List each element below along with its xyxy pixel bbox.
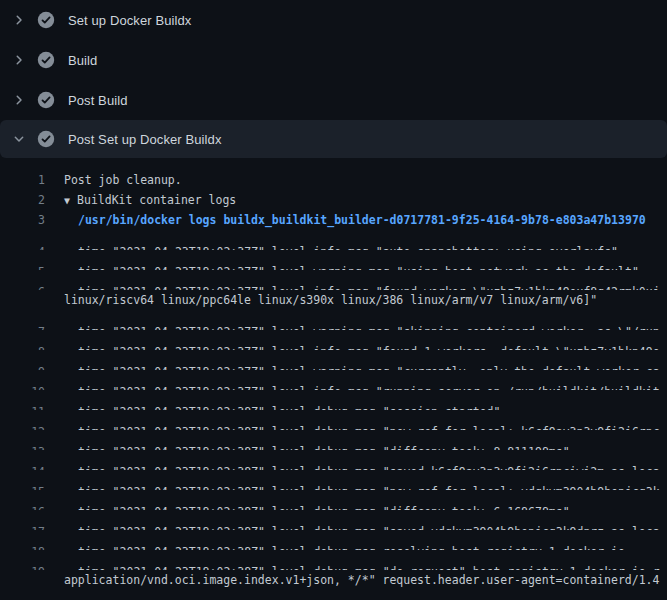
step-header-set-up-docker-buildx[interactable]: Set up Docker Buildx (0, 0, 667, 40)
log-text: /usr/bin/docker logs buildx_buildkit_bui… (45, 210, 646, 230)
log-text: time="2021-04-23T18:02:38Z" level=debug … (45, 522, 660, 530)
line-number[interactable]: 6 (0, 282, 45, 290)
log-text: time="2021-04-23T18:02:38Z" level=debug … (45, 542, 625, 550)
log-text: time="2021-04-23T18:02:37Z" level=info m… (45, 242, 618, 250)
step-label: Post Build (68, 93, 128, 108)
line-number[interactable]: 3 (0, 210, 45, 230)
log-line: 9 time="2021-04-23T18:02:37Z" level=warn… (0, 350, 667, 370)
log-line: 10 time="2021-04-23T18:02:37Z" level=inf… (0, 370, 667, 390)
steps-list: Set up Docker Buildx Build Post Build Po… (0, 0, 667, 158)
line-number[interactable]: 15 (0, 482, 45, 490)
line-number[interactable]: 1 (0, 170, 45, 190)
check-circle-icon (37, 11, 55, 29)
log-text: time="2021-04-23T18:02:37Z" level=warnin… (45, 262, 639, 270)
log-text: time="2021-04-23T18:02:38Z" level=debug … (45, 482, 660, 490)
chevron-right-icon[interactable] (11, 92, 27, 108)
log-text: time="2021-04-23T18:02:37Z" level=warnin… (45, 362, 660, 370)
check-circle-icon (37, 130, 55, 148)
log-line: 18 time="2021-04-23T18:02:38Z" level=deb… (0, 530, 667, 550)
log-text: time="2021-04-23T18:02:37Z" level=info m… (45, 342, 660, 350)
log-text: time="2021-04-23T18:02:38Z" level=debug … (45, 442, 570, 450)
line-number[interactable]: 19 (0, 562, 45, 570)
log-line: 2 ▼BuildKit container logs (0, 190, 667, 210)
log-line: 16 time="2021-04-23T18:02:38Z" level=deb… (0, 490, 667, 510)
log-line: 11 time="2021-04-23T18:02:38Z" level=deb… (0, 390, 667, 410)
log-text: time="2021-04-23T18:02:38Z" level=debug … (45, 562, 660, 570)
log-text: time="2021-04-23T18:02:38Z" level=debug … (45, 422, 660, 430)
line-number[interactable]: 7 (0, 322, 45, 330)
log-line: 12 time="2021-04-23T18:02:38Z" level=deb… (0, 410, 667, 430)
log-text: time="2021-04-23T18:02:38Z" level=debug … (45, 462, 660, 470)
log-line: 1 Post job cleanup. (0, 170, 667, 190)
log-text: time="2021-04-23T18:02:37Z" level=info m… (45, 282, 660, 290)
chevron-right-icon[interactable] (11, 52, 27, 68)
line-number[interactable]: 10 (0, 382, 45, 390)
step-header-build[interactable]: Build (0, 40, 667, 80)
log-line: application/vnd.oci.image.index.v1+json,… (0, 570, 667, 590)
check-circle-icon (37, 91, 55, 109)
step-header-post-build[interactable]: Post Build (0, 80, 667, 120)
step-label: Set up Docker Buildx (68, 13, 191, 28)
line-number[interactable]: 2 (0, 190, 45, 210)
line-number[interactable] (0, 290, 45, 310)
log-line: 5 time="2021-04-23T18:02:37Z" level=warn… (0, 250, 667, 270)
line-number[interactable]: 11 (0, 402, 45, 410)
line-number[interactable]: 8 (0, 342, 45, 350)
log-line: 3 /usr/bin/docker logs buildx_buildkit_b… (0, 210, 667, 230)
log-line: 6 time="2021-04-23T18:02:37Z" level=info… (0, 270, 667, 290)
check-circle-icon (37, 51, 55, 69)
log-text: ▼BuildKit container logs (45, 190, 236, 210)
step-label: Post Set up Docker Buildx (68, 132, 222, 147)
log-line: 8 time="2021-04-23T18:02:37Z" level=info… (0, 330, 667, 350)
line-number[interactable] (0, 570, 45, 590)
line-number[interactable]: 17 (0, 522, 45, 530)
chevron-down-icon[interactable] (11, 131, 27, 147)
log-line: 15 time="2021-04-23T18:02:38Z" level=deb… (0, 470, 667, 490)
line-number[interactable]: 13 (0, 442, 45, 450)
log-text: time="2021-04-23T18:02:37Z" level=info m… (45, 382, 660, 390)
log-area: 1 Post job cleanup. 2 ▼BuildKit containe… (0, 158, 667, 600)
log-line: 13 time="2021-04-23T18:02:38Z" level=deb… (0, 430, 667, 450)
line-number[interactable]: 5 (0, 262, 45, 270)
log-text: time="2021-04-23T18:02:38Z" level=debug … (45, 402, 500, 410)
line-number[interactable]: 14 (0, 462, 45, 470)
step-header-post-set-up-docker-buildx[interactable]: Post Set up Docker Buildx (0, 120, 667, 158)
log-text: linux/riscv64 linux/ppc64le linux/s390x … (45, 290, 597, 310)
log-line: 4 time="2021-04-23T18:02:37Z" level=info… (0, 230, 667, 250)
chevron-right-icon[interactable] (11, 12, 27, 28)
log-text: application/vnd.oci.image.index.v1+json,… (45, 570, 659, 590)
log-line: 20 time="2021-04-23T18:02:38Z" level=deb… (0, 590, 667, 600)
log-text: time="2021-04-23T18:02:37Z" level=warnin… (45, 322, 660, 330)
log-line: 19 time="2021-04-23T18:02:38Z" level=deb… (0, 550, 667, 570)
log-text: Post job cleanup. (45, 170, 182, 190)
line-number[interactable]: 12 (0, 422, 45, 430)
log-text: time="2021-04-23T18:02:38Z" level=debug … (45, 502, 570, 510)
line-number[interactable]: 4 (0, 242, 45, 250)
line-number[interactable]: 18 (0, 542, 45, 550)
log-line: 7 time="2021-04-23T18:02:37Z" level=warn… (0, 310, 667, 330)
log-line: 17 time="2021-04-23T18:02:38Z" level=deb… (0, 510, 667, 530)
step-label: Build (68, 53, 97, 68)
log-line: linux/riscv64 linux/ppc64le linux/s390x … (0, 290, 667, 310)
line-number[interactable]: 9 (0, 362, 45, 370)
group-triangle-icon[interactable]: ▼ (64, 195, 70, 206)
line-number[interactable]: 16 (0, 502, 45, 510)
log-line: 14 time="2021-04-23T18:02:38Z" level=deb… (0, 450, 667, 470)
